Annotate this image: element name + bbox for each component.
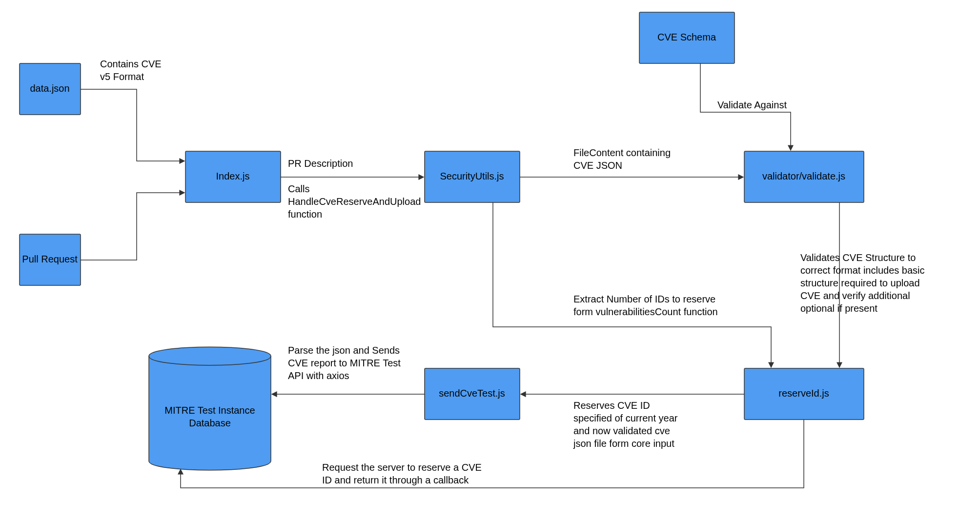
node-mitre-db-label-1: MITRE Test Instance bbox=[164, 405, 255, 416]
node-reserve-id-label: reserveId.js bbox=[778, 388, 829, 399]
edge-index-to-security-bot-3: function bbox=[288, 209, 322, 220]
edge-send-to-db-1: Parse the json and Sends bbox=[288, 345, 400, 356]
node-data-json-label: data.json bbox=[30, 83, 69, 94]
edge-pr-to-index bbox=[81, 193, 184, 260]
edge-reserve-to-send-2: specified of current year bbox=[573, 413, 678, 423]
node-send-cve-test-label: sendCveTest.js bbox=[439, 388, 505, 399]
edge-data-to-index bbox=[81, 89, 184, 161]
node-index-js-label: Index.js bbox=[216, 171, 250, 181]
edge-validator-to-reserve-3: structure required to upload bbox=[800, 278, 920, 288]
edge-reserve-to-send-4: json file form core input bbox=[573, 438, 674, 449]
edge-reserve-to-db-1: Request the server to reserve a CVE bbox=[322, 462, 482, 473]
edge-reserve-to-send-3: and now validated cve bbox=[573, 425, 670, 436]
node-cve-schema-label: CVE Schema bbox=[657, 32, 716, 42]
edge-security-to-validator-1: FileContent containing bbox=[573, 147, 671, 158]
edge-validator-to-reserve-2: correct format includes basic bbox=[800, 265, 925, 276]
edge-reserve-to-db bbox=[181, 420, 804, 488]
node-mitre-db: MITRE Test Instance Database bbox=[149, 347, 271, 470]
edge-validator-to-reserve-1: Validates CVE Structure to bbox=[800, 252, 916, 263]
edge-reserve-to-send-1: Reserves CVE ID bbox=[573, 400, 650, 411]
edge-security-to-reserve-1: Extract Number of IDs to reserve bbox=[573, 294, 715, 304]
edge-security-to-validator-2: CVE JSON bbox=[573, 160, 622, 171]
node-validator-label: validator/validate.js bbox=[762, 171, 845, 181]
edge-validator-to-reserve-5: optional if present bbox=[800, 303, 878, 314]
edge-index-to-security-bot-2: HandleCveReserveAndUpload bbox=[288, 196, 421, 207]
node-pull-request-label: Pull Request bbox=[22, 254, 78, 264]
edge-security-to-reserve bbox=[493, 202, 771, 367]
edge-send-to-db-3: API with axios bbox=[288, 370, 349, 381]
edge-data-to-index-label-1: Contains CVE bbox=[100, 59, 162, 69]
node-security-utils-label: SecurityUtils.js bbox=[440, 171, 504, 181]
edge-index-to-security-top: PR Description bbox=[288, 158, 353, 169]
edge-data-to-index-label-2: v5 Format bbox=[100, 71, 144, 82]
edge-security-to-reserve-2: form vulnerabilitiesCount function bbox=[573, 306, 718, 317]
edge-send-to-db-2: CVE report to MITRE Test bbox=[288, 358, 401, 368]
edge-reserve-to-db-2: ID and return it through a callback bbox=[322, 475, 469, 485]
edge-index-to-security-bot-1: Calls bbox=[288, 183, 309, 194]
edge-schema-to-validator-label: Validate Against bbox=[717, 100, 787, 110]
edge-validator-to-reserve-4: CVE and verify additional bbox=[800, 290, 910, 301]
diagram-canvas: data.json Pull Request Index.js Security… bbox=[0, 0, 980, 522]
node-mitre-db-label-2: Database bbox=[189, 418, 231, 428]
